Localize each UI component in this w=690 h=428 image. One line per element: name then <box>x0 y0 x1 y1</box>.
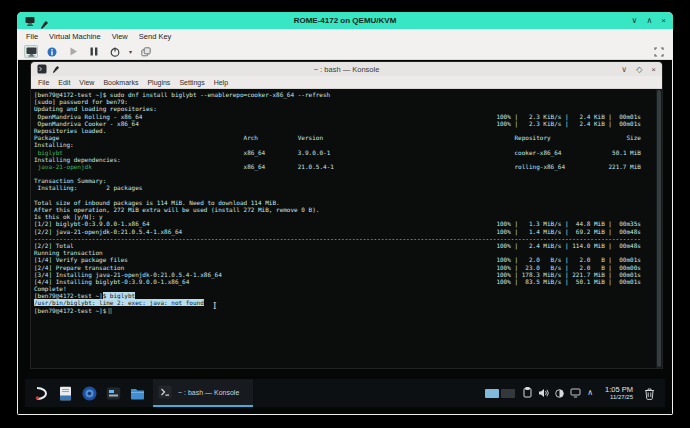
konsole-menu-plugins[interactable]: Plugins <box>147 79 170 86</box>
vm-menu-file[interactable]: File <box>26 32 38 41</box>
virtual-desktop-pager[interactable] <box>485 389 515 398</box>
konsole-menu-file[interactable]: File <box>38 79 49 86</box>
tray-expander-icon[interactable]: ∧ <box>587 389 593 397</box>
terminal-line: Installing dependencies: <box>34 156 654 163</box>
terminal-line: [3/4] Installing java-21-openjdk-0:21.0.… <box>34 271 654 278</box>
konsole-menubar: File Edit View Bookmarks Plugins Setting… <box>31 76 662 89</box>
snapshots-button[interactable] <box>139 45 153 58</box>
system-settings-icon[interactable] <box>105 385 121 401</box>
scrollbar-thumb[interactable] <box>657 90 661 367</box>
vm-close-button[interactable]: × <box>661 12 666 29</box>
terminal-line: OpenMandriva Cooker - x86_64 100% | 2.3 … <box>34 120 654 127</box>
shutdown-menu-arrow-icon[interactable]: ▾ <box>129 48 132 55</box>
konsole-menu-settings[interactable]: Settings <box>179 79 204 86</box>
vm-titlebar[interactable]: ROME-4172 on QEMU/KVM ∨ ∧ × <box>17 12 673 29</box>
konsole-minimize-button[interactable]: ∨ <box>621 62 627 78</box>
vm-menu-view[interactable]: View <box>112 32 128 41</box>
terminal-cursor <box>108 308 112 314</box>
konsole-close-button[interactable]: × <box>651 62 656 78</box>
terminal-line: Running transaction <box>34 249 654 256</box>
konsole-window: ~ : bash — Konsole ∨ ◇ × File Edit View … <box>31 62 662 368</box>
vm-minimize-button[interactable]: ∨ <box>632 12 638 29</box>
terminal-line: Updating and loading repositories: <box>34 105 654 112</box>
terminal-line: Repositories loaded. <box>34 127 654 134</box>
desktop-background: ROME-4172 on QEMU/KVM ∨ ∧ × File Virtual… <box>0 0 690 428</box>
pager-desktop-2[interactable] <box>501 389 515 398</box>
vm-menu-send-key[interactable]: Send Key <box>139 32 172 41</box>
vm-details-button[interactable] <box>45 45 59 58</box>
terminal-line: Transaction Summary: <box>34 177 654 184</box>
terminal-line: [2/2] java-21-openjdk-0:21.0.5.4-1.x86_6… <box>34 228 654 235</box>
terminal-line: ----------------------------------------… <box>34 235 654 242</box>
terminal-line: /usr/bin/biglybt: line 2: exec: java: no… <box>34 299 654 306</box>
terminal-line: OpenMandriva Rolling - x86_64 100% | 2.3… <box>34 113 654 120</box>
vm-maximize-button[interactable]: ∧ <box>646 12 652 29</box>
konsole-window-title: ~ : bash — Konsole <box>31 65 662 74</box>
shutdown-vm-button[interactable] <box>108 45 122 58</box>
keyboard-indicator-icon[interactable] <box>555 384 564 402</box>
mouse-ibeam-cursor: I <box>213 302 220 311</box>
konsole-menu-view[interactable]: View <box>79 79 94 86</box>
file-manager-icon[interactable] <box>129 385 145 401</box>
terminal-scrollbar[interactable] <box>656 89 662 368</box>
system-tray: ∧ <box>523 384 593 402</box>
vm-menubar: File Virtual Machine View Send Key <box>17 29 673 44</box>
terminal-line: Package Arch Version Repository Size <box>34 134 654 141</box>
app-launcher-icon[interactable] <box>33 385 49 401</box>
terminal-line <box>34 192 654 199</box>
terminal-line: [1/4] Verify package files 100% | 2.0 B/… <box>34 256 654 263</box>
office-app-icon[interactable] <box>57 385 73 401</box>
taskbar-task-konsole[interactable]: ~ : bash — Konsole <box>153 379 253 407</box>
konsole-icon <box>158 385 172 399</box>
pager-desktop-1[interactable] <box>485 389 499 398</box>
terminal-text: [ben79@4172-test ~]$ sudo dnf install bi… <box>34 91 654 314</box>
terminal-line: biglybt x86_64 3.9.0.0-1 cooker-x86_64 5… <box>34 149 654 156</box>
konsole-menu-help[interactable]: Help <box>214 79 228 86</box>
vm-toolbar: ▾ <box>17 44 673 60</box>
clock-date: 11/27/25 <box>605 394 633 401</box>
terminal-line: [4/4] Installing biglybt-0:3.9.0.0-1.x86… <box>34 278 654 285</box>
terminal-line: Total size of inbound packages is 114 Mi… <box>34 199 654 206</box>
vm-menu-virtual-machine[interactable]: Virtual Machine <box>49 32 101 41</box>
konsole-maximize-button[interactable]: ◇ <box>636 62 642 78</box>
display-icon[interactable] <box>570 384 581 402</box>
task-label: ~ : bash — Konsole <box>178 389 239 396</box>
terminal-line: [ben79@4172-test ~]$ <box>34 307 654 314</box>
terminal-line: [ben79@4172-test ~]$ biglybt <box>34 292 654 299</box>
konsole-menu-bookmarks[interactable]: Bookmarks <box>103 79 138 86</box>
terminal-line: Complete! <box>34 285 654 292</box>
trash-icon[interactable] <box>641 385 657 401</box>
terminal-line: Installing: 2 packages <box>34 184 654 191</box>
clock-widget[interactable]: 1:05 PM 11/27/25 <box>605 386 633 401</box>
volume-icon[interactable] <box>538 384 549 402</box>
virt-manager-window: ROME-4172 on QEMU/KVM ∨ ∧ × File Virtual… <box>17 12 673 415</box>
clock-time: 1:05 PM <box>605 386 633 394</box>
terminal[interactable]: [ben79@4172-test ~]$ sudo dnf install bi… <box>31 89 662 368</box>
terminal-line: [1/2] biglybt-0:3.9.0.0-1.x86_64 100% | … <box>34 220 654 227</box>
terminal-line: Is this ok [y/N]: y <box>34 213 654 220</box>
clipboard-icon[interactable] <box>523 384 532 402</box>
browser-icon[interactable] <box>81 385 97 401</box>
terminal-line: java-21-openjdk x86_64 21.0.5.4-1 rollin… <box>34 163 654 170</box>
console-view-button[interactable] <box>24 45 38 58</box>
konsole-menu-edit[interactable]: Edit <box>58 79 70 86</box>
vm-window-title: ROME-4172 on QEMU/KVM <box>17 16 673 25</box>
pause-vm-button[interactable] <box>87 45 101 58</box>
terminal-line: [ben79@4172-test ~]$ sudo dnf install bi… <box>34 91 654 98</box>
taskbar: ~ : bash — Konsole <box>25 379 665 407</box>
terminal-line: After this operation, 272 MiB extra will… <box>34 206 654 213</box>
vm-guest-display[interactable]: ~ : bash — Konsole ∨ ◇ × File Edit View … <box>18 60 672 414</box>
run-vm-button[interactable] <box>66 45 80 58</box>
terminal-line: Installing: <box>34 141 654 148</box>
terminal-line: [2/2] Total 100% | 2.4 MiB/s | 114.0 MiB… <box>34 242 654 249</box>
terminal-line: [sudo] password for ben79: <box>34 98 654 105</box>
terminal-line <box>34 170 654 177</box>
terminal-line: [2/4] Prepare transaction 100% | 23.0 B/… <box>34 264 654 271</box>
konsole-titlebar[interactable]: ~ : bash — Konsole ∨ ◇ × <box>31 62 662 76</box>
fullscreen-button[interactable] <box>652 45 666 58</box>
